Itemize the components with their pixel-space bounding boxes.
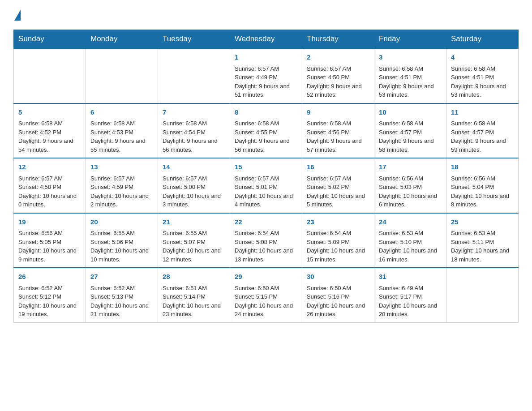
day-info: Sunset: 4:57 PM	[451, 128, 514, 137]
day-info: Sunrise: 6:50 AM	[307, 284, 369, 293]
calendar-cell: 24Sunrise: 6:53 AMSunset: 5:10 PMDayligh…	[374, 213, 446, 268]
day-of-week-header: Thursday	[302, 30, 374, 49]
calendar-cell: 9Sunrise: 6:58 AMSunset: 4:56 PMDaylight…	[302, 103, 374, 158]
day-info: Daylight: 10 hours and 21 minutes.	[90, 301, 153, 319]
day-info: Sunrise: 6:58 AM	[451, 64, 514, 73]
day-info: Sunrise: 6:57 AM	[307, 64, 369, 73]
logo-triangle-icon	[14, 10, 21, 21]
day-of-week-header: Monday	[86, 30, 158, 49]
day-info: Sunset: 5:08 PM	[235, 238, 297, 247]
day-info: Sunrise: 6:57 AM	[235, 64, 297, 73]
calendar-cell: 27Sunrise: 6:52 AMSunset: 5:13 PMDayligh…	[86, 268, 158, 322]
calendar-cell	[446, 268, 519, 322]
day-info: Daylight: 10 hours and 13 minutes.	[235, 246, 297, 264]
day-info: Sunrise: 6:57 AM	[90, 174, 153, 183]
day-info: Daylight: 10 hours and 15 minutes.	[307, 246, 369, 264]
day-info: Sunset: 4:50 PM	[307, 73, 369, 82]
day-number: 25	[451, 217, 514, 227]
day-number: 2	[307, 52, 369, 63]
day-number: 16	[307, 162, 369, 172]
day-info: Sunset: 4:57 PM	[379, 128, 442, 137]
day-number: 29	[235, 272, 297, 282]
day-of-week-header: Sunday	[14, 30, 86, 49]
calendar-cell: 15Sunrise: 6:57 AMSunset: 5:01 PMDayligh…	[230, 158, 302, 213]
day-info: Daylight: 10 hours and 9 minutes.	[18, 246, 81, 264]
day-info: Sunrise: 6:54 AM	[235, 229, 297, 238]
day-info: Sunrise: 6:56 AM	[379, 174, 442, 183]
day-number: 13	[90, 162, 153, 172]
day-info: Sunrise: 6:53 AM	[451, 229, 514, 238]
day-info: Sunrise: 6:58 AM	[235, 119, 297, 128]
day-info: Sunset: 4:51 PM	[379, 73, 442, 82]
day-number: 6	[90, 107, 153, 118]
page-header	[13, 9, 519, 21]
day-info: Sunset: 4:52 PM	[18, 128, 81, 137]
day-info: Sunrise: 6:57 AM	[163, 174, 225, 183]
day-info: Daylight: 10 hours and 23 minutes.	[163, 301, 225, 319]
day-info: Daylight: 10 hours and 4 minutes.	[235, 192, 297, 209]
day-info: Sunrise: 6:56 AM	[451, 174, 514, 183]
calendar-table: SundayMondayTuesdayWednesdayThursdayFrid…	[13, 30, 519, 323]
calendar-cell: 6Sunrise: 6:58 AMSunset: 4:53 PMDaylight…	[86, 103, 158, 158]
calendar-cell: 22Sunrise: 6:54 AMSunset: 5:08 PMDayligh…	[230, 213, 302, 268]
day-number: 9	[307, 107, 369, 118]
day-info: Daylight: 10 hours and 18 minutes.	[451, 246, 514, 264]
day-info: Sunset: 5:11 PM	[451, 238, 514, 247]
day-info: Daylight: 10 hours and 3 minutes.	[163, 192, 225, 209]
day-info: Sunset: 5:13 PM	[90, 292, 153, 301]
calendar-cell: 21Sunrise: 6:55 AMSunset: 5:07 PMDayligh…	[158, 213, 230, 268]
day-info: Sunset: 5:14 PM	[163, 292, 225, 301]
day-info: Sunset: 5:10 PM	[379, 238, 442, 247]
calendar-cell: 2Sunrise: 6:57 AMSunset: 4:50 PMDaylight…	[302, 48, 374, 103]
day-info: Sunrise: 6:54 AM	[307, 229, 369, 238]
day-number: 15	[235, 162, 297, 172]
day-info: Sunrise: 6:57 AM	[307, 174, 369, 183]
calendar-cell: 23Sunrise: 6:54 AMSunset: 5:09 PMDayligh…	[302, 213, 374, 268]
day-info: Sunset: 4:58 PM	[18, 183, 81, 192]
calendar-cell: 13Sunrise: 6:57 AMSunset: 4:59 PMDayligh…	[86, 158, 158, 213]
day-info: Sunrise: 6:56 AM	[18, 229, 81, 238]
day-number: 22	[235, 217, 297, 227]
day-info: Sunrise: 6:58 AM	[451, 119, 514, 128]
day-info: Daylight: 10 hours and 5 minutes.	[307, 192, 369, 209]
calendar-cell	[158, 48, 230, 103]
day-info: Sunrise: 6:58 AM	[90, 119, 153, 128]
day-info: Sunset: 5:07 PM	[163, 238, 225, 247]
day-number: 23	[307, 217, 369, 227]
calendar-cell: 26Sunrise: 6:52 AMSunset: 5:12 PMDayligh…	[14, 268, 86, 322]
day-info: Sunrise: 6:49 AM	[379, 284, 442, 293]
day-info: Sunrise: 6:52 AM	[18, 284, 81, 293]
day-info: Sunset: 5:01 PM	[235, 183, 297, 192]
day-info: Daylight: 10 hours and 24 minutes.	[235, 301, 297, 319]
day-info: Daylight: 10 hours and 8 minutes.	[451, 192, 514, 209]
week-row: 5Sunrise: 6:58 AMSunset: 4:52 PMDaylight…	[14, 103, 519, 158]
day-info: Daylight: 10 hours and 28 minutes.	[379, 301, 442, 319]
day-number: 1	[235, 52, 297, 63]
logo	[13, 9, 21, 21]
day-info: Sunset: 4:49 PM	[235, 73, 297, 82]
day-info: Sunset: 5:06 PM	[90, 238, 153, 247]
day-of-week-header: Saturday	[446, 30, 519, 49]
day-number: 28	[163, 272, 225, 282]
day-info: Daylight: 9 hours and 51 minutes.	[235, 82, 297, 99]
day-info: Sunset: 4:55 PM	[235, 128, 297, 137]
calendar-cell: 16Sunrise: 6:57 AMSunset: 5:02 PMDayligh…	[302, 158, 374, 213]
day-number: 21	[163, 217, 225, 227]
day-info: Sunrise: 6:58 AM	[18, 119, 81, 128]
week-row: 1Sunrise: 6:57 AMSunset: 4:49 PMDaylight…	[14, 48, 519, 103]
day-info: Sunrise: 6:51 AM	[163, 284, 225, 293]
day-info: Sunset: 4:59 PM	[90, 183, 153, 192]
day-info: Sunset: 5:03 PM	[379, 183, 442, 192]
day-info: Sunset: 4:53 PM	[90, 128, 153, 137]
day-info: Sunrise: 6:50 AM	[235, 284, 297, 293]
day-info: Daylight: 10 hours and 10 minutes.	[90, 246, 153, 264]
calendar-cell: 20Sunrise: 6:55 AMSunset: 5:06 PMDayligh…	[86, 213, 158, 268]
day-info: Sunset: 5:00 PM	[163, 183, 225, 192]
day-info: Daylight: 10 hours and 2 minutes.	[90, 192, 153, 209]
calendar-cell: 5Sunrise: 6:58 AMSunset: 4:52 PMDaylight…	[14, 103, 86, 158]
day-number: 27	[90, 272, 153, 282]
day-number: 26	[18, 272, 81, 282]
day-info: Sunrise: 6:53 AM	[379, 229, 442, 238]
day-number: 3	[379, 52, 442, 63]
day-info: Sunset: 5:16 PM	[307, 292, 369, 301]
